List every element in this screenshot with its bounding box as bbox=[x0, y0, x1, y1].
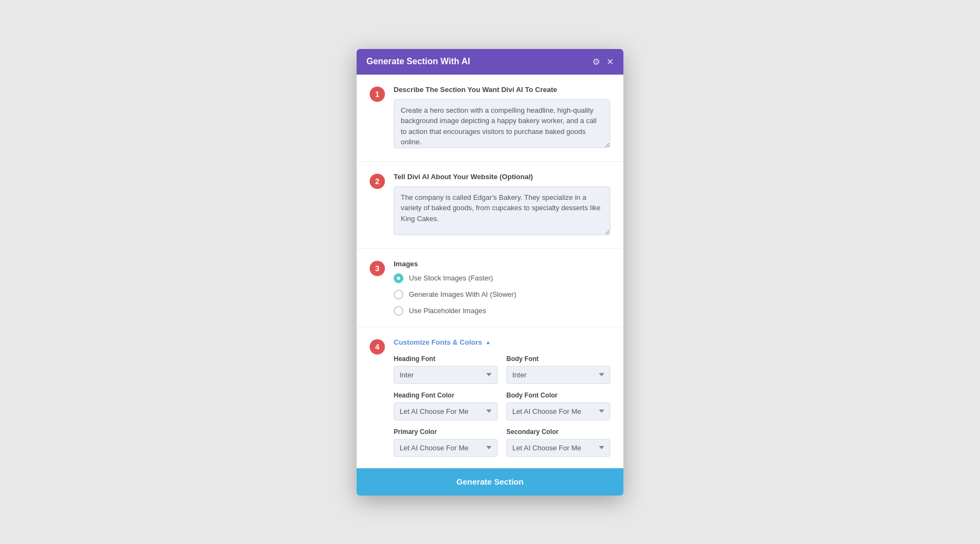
step3-label: Images bbox=[394, 260, 610, 268]
primary-color-group: Primary Color Let AI Choose For MeCustom… bbox=[394, 428, 498, 457]
step1-label: Describe The Section You Want Divi AI To… bbox=[394, 85, 610, 94]
radio-ai-label: Generate Images With AI (Slower) bbox=[409, 290, 516, 298]
heading-font-group: Heading Font InterRobotoOpen SansLatoMon… bbox=[394, 355, 498, 384]
radio-placeholder-images[interactable]: Use Placeholder Images bbox=[394, 306, 610, 316]
heading-font-label: Heading Font bbox=[394, 355, 498, 363]
radio-stock-images[interactable]: Use Stock Images (Faster) bbox=[394, 273, 610, 283]
body-font-label: Body Font bbox=[506, 355, 610, 363]
modal-body: 1 Describe The Section You Want Divi AI … bbox=[357, 75, 623, 468]
modal-header: Generate Section With AI ⚙ ✕ bbox=[357, 49, 623, 75]
secondary-color-select[interactable]: Let AI Choose For MeCustom Color bbox=[506, 439, 610, 457]
body-font-group: Body Font InterRobotoOpen SansLatoMontse… bbox=[506, 355, 610, 384]
step1-content: Describe The Section You Want Divi AI To… bbox=[394, 85, 610, 150]
generate-section-button[interactable]: Generate Section bbox=[365, 477, 615, 486]
heading-font-color-select[interactable]: Let AI Choose For MeCustom Color bbox=[394, 402, 498, 420]
images-radio-group: Use Stock Images (Faster) Generate Image… bbox=[394, 273, 610, 316]
step3-content: Images Use Stock Images (Faster) Generat… bbox=[394, 260, 610, 316]
step4-section: 4 Customize Fonts & Colors ▲ Heading Fon… bbox=[357, 327, 623, 468]
primary-color-select[interactable]: Let AI Choose For MeCustom Color bbox=[394, 439, 498, 457]
fonts-colors-grid: Heading Font InterRobotoOpen SansLatoMon… bbox=[394, 355, 610, 457]
step3-section: 3 Images Use Stock Images (Faster) Gener… bbox=[357, 249, 623, 327]
radio-placeholder-circle bbox=[394, 306, 403, 316]
modal-footer[interactable]: Generate Section bbox=[357, 468, 623, 496]
body-font-color-select[interactable]: Let AI Choose For MeCustom Color bbox=[506, 402, 610, 420]
step2-textarea[interactable]: The company is called Edgar's Bakery. Th… bbox=[394, 186, 610, 235]
radio-stock-circle bbox=[394, 273, 403, 283]
step2-content: Tell Divi AI About Your Website (Optiona… bbox=[394, 173, 610, 237]
body-font-select[interactable]: InterRobotoOpen SansLatoMontserrat bbox=[506, 366, 610, 384]
heading-font-select[interactable]: InterRobotoOpen SansLatoMontserrat bbox=[394, 366, 498, 384]
step2-label: Tell Divi AI About Your Website (Optiona… bbox=[394, 173, 610, 181]
close-icon[interactable]: ✕ bbox=[607, 57, 614, 67]
heading-font-color-label: Heading Font Color bbox=[394, 392, 498, 399]
step4-content: Customize Fonts & Colors ▲ Heading Font … bbox=[394, 338, 610, 457]
step2-badge: 2 bbox=[370, 174, 385, 189]
modal-header-actions: ⚙ ✕ bbox=[592, 57, 614, 67]
step1-badge: 1 bbox=[370, 87, 385, 102]
customize-fonts-colors-link[interactable]: Customize Fonts & Colors ▲ bbox=[394, 338, 610, 346]
modal-title: Generate Section With AI bbox=[366, 57, 470, 66]
step1-section: 1 Describe The Section You Want Divi AI … bbox=[357, 75, 623, 162]
step1-textarea[interactable]: Create a hero section with a compelling … bbox=[394, 99, 610, 148]
settings-icon[interactable]: ⚙ bbox=[592, 57, 600, 67]
body-font-color-group: Body Font Color Let AI Choose For MeCust… bbox=[506, 392, 610, 420]
step4-badge: 4 bbox=[370, 339, 385, 354]
modal-overlay: Generate Section With AI ⚙ ✕ 1 Describe … bbox=[357, 49, 623, 496]
body-font-color-label: Body Font Color bbox=[506, 392, 610, 399]
chevron-up-icon: ▲ bbox=[486, 339, 491, 345]
radio-stock-label: Use Stock Images (Faster) bbox=[409, 274, 493, 282]
customize-label: Customize Fonts & Colors bbox=[394, 338, 482, 346]
primary-color-label: Primary Color bbox=[394, 428, 498, 436]
radio-ai-circle bbox=[394, 290, 403, 299]
heading-font-color-group: Heading Font Color Let AI Choose For MeC… bbox=[394, 392, 498, 420]
step3-badge: 3 bbox=[370, 261, 385, 276]
modal: Generate Section With AI ⚙ ✕ 1 Describe … bbox=[357, 49, 623, 496]
step2-section: 2 Tell Divi AI About Your Website (Optio… bbox=[357, 162, 623, 249]
radio-ai-images[interactable]: Generate Images With AI (Slower) bbox=[394, 290, 610, 299]
radio-placeholder-label: Use Placeholder Images bbox=[409, 307, 486, 315]
secondary-color-group: Secondary Color Let AI Choose For MeCust… bbox=[506, 428, 610, 457]
secondary-color-label: Secondary Color bbox=[506, 428, 610, 436]
